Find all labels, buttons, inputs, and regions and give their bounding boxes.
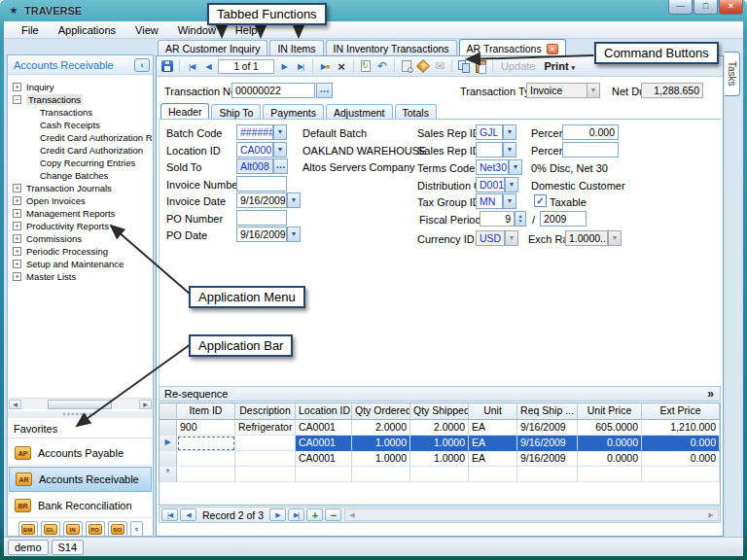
new-record-button[interactable]: ▶■ <box>318 58 332 74</box>
first-record-button[interactable]: |◀ <box>185 58 198 74</box>
cell-ext-price[interactable]: 0.000 <box>642 436 720 451</box>
appbar-item-accounts-payable[interactable]: AP Accounts Payable <box>9 440 152 466</box>
exch-rate-dropdown-icon[interactable]: ▼ <box>608 230 622 246</box>
email-button[interactable]: ✉ <box>433 58 446 74</box>
tab-adjustment[interactable]: Adjustment <box>326 104 393 120</box>
expand-plus-icon[interactable]: + <box>13 234 21 243</box>
row-selector[interactable] <box>160 420 177 436</box>
appbar-button-so[interactable]: SO <box>108 521 127 537</box>
scroll-right-icon[interactable]: ▶ <box>139 400 152 409</box>
scroll-left-icon[interactable]: ◀ <box>9 400 21 409</box>
new-row-indicator-icon[interactable]: * <box>160 467 177 482</box>
tree-item-inquiry[interactable]: +Inquiry <box>8 81 153 93</box>
collapse-sidebar-icon[interactable]: ‹ <box>134 58 150 72</box>
grid-add-row-button[interactable]: + <box>306 508 323 521</box>
appbar-button-po[interactable]: PO <box>86 521 105 537</box>
appbar-button-in[interactable]: IN <box>63 521 83 537</box>
grid-horizontal-scrollbar[interactable]: ◀ ▶ <box>344 508 719 521</box>
cell-description[interactable] <box>235 451 296 467</box>
cell-ext-price[interactable]: 1,210.000 <box>642 420 720 436</box>
cell-location-id[interactable]: CA0001 <box>296 436 352 451</box>
cell-ext-price[interactable]: 0.000 <box>642 451 720 467</box>
po-date-dropdown-icon[interactable]: ▼ <box>287 227 301 242</box>
menu-file[interactable]: File <box>12 22 49 38</box>
tab-close-icon[interactable]: × <box>547 44 558 54</box>
scrollbar-thumb[interactable] <box>48 400 112 409</box>
copy-button[interactable] <box>457 58 471 74</box>
tax-group-combo[interactable]: MN <box>476 193 503 209</box>
cell-unit-price[interactable]: 0.0000 <box>578 436 642 451</box>
previous-record-button[interactable]: ◀ <box>201 58 215 74</box>
terms-code-dropdown-icon[interactable]: ▼ <box>509 159 522 175</box>
expand-plus-icon[interactable]: + <box>13 209 21 218</box>
cell-req-ship[interactable]: 9/16/2009 <box>517 436 578 451</box>
transaction-no-input[interactable]: 00000022 <box>231 83 315 98</box>
save-button[interactable] <box>160 58 174 74</box>
tree-item-cash-receipts[interactable]: Cash Receipts <box>8 119 153 131</box>
cell-qty-shipped[interactable]: 1.0000 <box>410 451 469 467</box>
grid-row-3[interactable]: CA0001 1.0000 1.0000 EA 9/16/2009 0.0000… <box>160 451 720 467</box>
cell-qty-ordered[interactable]: 1.0000 <box>352 451 410 467</box>
appbar-button-gl[interactable]: GL <box>41 521 60 537</box>
title-bar[interactable]: ★ TRAVERSE — □ × <box>4 2 743 19</box>
tree-item-change-batches[interactable]: Change Batches <box>8 169 153 182</box>
refresh-button[interactable]: ↻ <box>359 58 373 74</box>
tree-item-copy-recurring[interactable]: Copy Recurring Entries <box>8 157 153 169</box>
tab-in-inventory-transactions[interactable]: IN Inventory Transactions <box>326 40 457 55</box>
current-row-indicator-icon[interactable]: ▶ <box>160 436 177 451</box>
invoice-date-dropdown-icon[interactable]: ▼ <box>287 192 301 208</box>
tree-item-management-reports[interactable]: +Management Reports <box>8 207 153 220</box>
tree-item-cc-auth[interactable]: Credit Card Authorization <box>8 144 153 157</box>
transaction-no-lookup-button[interactable]: … <box>316 83 333 98</box>
menu-view[interactable]: View <box>125 22 168 38</box>
tab-header[interactable]: Header <box>160 103 209 120</box>
terms-code-combo[interactable]: Net30 <box>476 159 509 175</box>
cell-qty-ordered[interactable]: 1.0000 <box>352 436 410 451</box>
taxable-checkbox[interactable]: ✓ <box>534 194 547 207</box>
tab-ar-customer-inquiry[interactable]: AR Customer Inquiry <box>158 40 267 55</box>
tab-ar-transactions[interactable]: AR Transactions × <box>459 39 566 55</box>
col-unit-price[interactable]: Unit Price <box>578 403 642 420</box>
col-location-id[interactable]: Location ID <box>296 403 352 420</box>
tree-item-commissions[interactable]: +Commissions <box>8 232 153 245</box>
tax-group-dropdown-icon[interactable]: ▼ <box>503 193 516 209</box>
appbar-item-accounts-receivable[interactable]: AR Accounts Receivable <box>9 467 152 492</box>
fiscal-period-spinner[interactable]: ▲▼ <box>515 211 526 227</box>
tab-in-items[interactable]: IN Items <box>269 40 323 55</box>
invoice-number-input[interactable] <box>236 176 287 192</box>
resequence-bar[interactable]: Re-sequence » <box>159 386 721 402</box>
menu-applications[interactable]: Applications <box>49 22 125 38</box>
col-ext-price[interactable]: Ext Price <box>642 403 720 420</box>
percent-1-input[interactable]: 0.000 <box>562 124 619 140</box>
col-item-id[interactable]: Item ID <box>177 403 235 420</box>
help-button[interactable]: ? <box>416 58 430 74</box>
col-unit[interactable]: Unit <box>469 403 517 420</box>
expand-grid-icon[interactable]: » <box>707 387 714 401</box>
po-number-input[interactable] <box>236 210 287 226</box>
minimize-button[interactable]: — <box>668 0 693 15</box>
print-preview-button[interactable] <box>400 58 413 74</box>
batch-code-combo[interactable]: ###### <box>236 124 273 140</box>
cell-item-id[interactable] <box>177 451 235 467</box>
location-id-combo[interactable]: CA0001 <box>236 142 273 158</box>
cell-req-ship[interactable]: 9/16/2009 <box>517 420 578 436</box>
maximize-button[interactable]: □ <box>694 0 718 15</box>
cell-qty-ordered[interactable]: 2.0000 <box>352 420 410 436</box>
appbar-overflow-icon[interactable]: » <box>130 521 143 537</box>
percent-2-input[interactable] <box>562 142 619 158</box>
cell-qty-shipped[interactable]: 1.0000 <box>410 436 469 451</box>
expand-plus-icon[interactable]: + <box>13 247 21 256</box>
expand-plus-icon[interactable]: + <box>13 196 21 205</box>
transaction-type-dropdown-icon[interactable]: ▼ <box>587 83 600 98</box>
cell-description[interactable] <box>235 436 296 451</box>
col-description[interactable]: Description <box>235 403 296 420</box>
tree-item-setup-maintenance[interactable]: +Setup and Maintenance <box>8 258 153 270</box>
grid-first-button[interactable]: |◀ <box>161 508 178 521</box>
tree-item-cc-auth-report[interactable]: Credit Card Authorization Report <box>8 131 153 144</box>
tree-item-transactions[interactable]: −Transactions <box>8 93 153 106</box>
cell-req-ship[interactable]: 9/16/2009 <box>517 451 578 467</box>
expand-plus-icon[interactable]: + <box>13 83 21 91</box>
fiscal-period-input[interactable]: 9 <box>480 211 515 227</box>
tab-ship-to[interactable]: Ship To <box>211 104 261 120</box>
col-req-ship[interactable]: Req Ship ... <box>517 403 578 420</box>
